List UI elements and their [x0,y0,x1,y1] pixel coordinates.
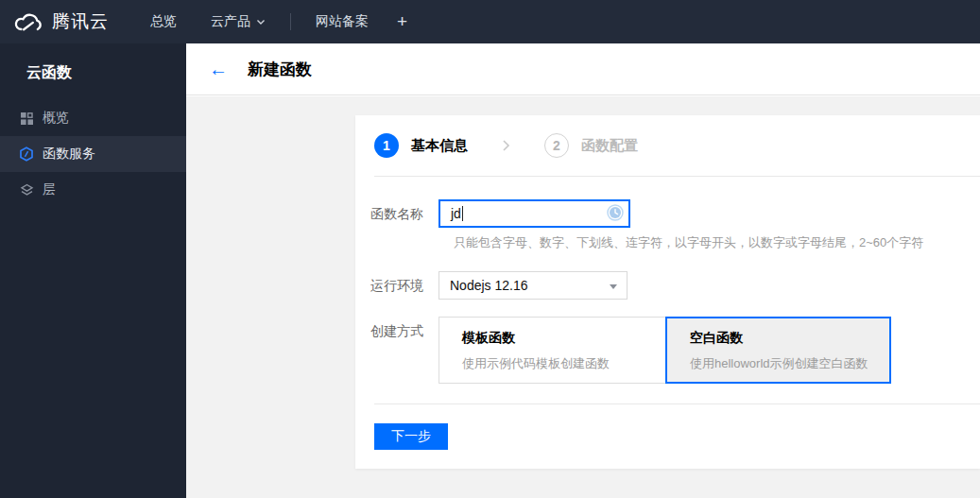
hexagon-function-icon [19,146,34,162]
layers-icon [19,182,34,197]
nav-item-products[interactable]: 云产品 [211,13,266,30]
method-title: 空白函数 [690,330,889,347]
step-1-badge: 1 [374,133,399,158]
method-title: 模板函数 [462,330,665,347]
method-desc: 使用helloworld示例创建空白函数 [690,355,889,372]
next-step-button[interactable]: 下一步 [374,423,448,450]
sidebar-item-layers[interactable]: 层 [0,172,186,208]
step-1-label: 基本信息 [411,137,468,155]
basic-info-form: 函数名称 jd 只能包含字母、数字、下划线、连字符，以字母开头，以数字或字母结尾… [355,177,980,384]
grid-icon [19,111,34,126]
function-name-input[interactable]: jd [438,199,630,228]
add-tab-button[interactable]: + [397,11,407,32]
runtime-label: 运行环境 [370,271,438,300]
method-desc: 使用示例代码模板创建函数 [462,355,665,372]
create-function-card: 1 基本信息 2 函数配置 函数名称 jd [355,115,980,469]
step-2-badge: 2 [544,133,569,158]
nav-separator [290,13,291,30]
sidebar: 云函数 概览 函数服务 [0,43,186,498]
content-area: 1 基本信息 2 函数配置 函数名称 jd [186,96,980,498]
method-card-blank-function[interactable]: 空白函数 使用helloworld示例创建空白函数 [665,317,891,384]
sidebar-item-label: 层 [43,181,56,198]
step-function-config: 2 函数配置 [544,133,638,158]
step-basic-info: 1 基本信息 [374,133,468,158]
divider [374,404,980,404]
creation-method-label: 创建方式 [370,321,438,384]
page-title: 新建函数 [248,59,312,80]
tencent-cloud-logo[interactable]: 腾讯云 [13,9,109,34]
back-arrow-icon[interactable]: ← [209,60,228,78]
chevron-down-icon [256,19,266,26]
clock-pending-icon [607,204,624,224]
top-navigation: 总览 云产品 网站备案 + [150,11,407,32]
method-card-group: 模板函数 使用示例代码模板创建函数 空白函数 使用helloworld示例创建空… [438,317,891,384]
sidebar-item-label: 函数服务 [43,146,95,163]
sidebar-item-label: 概览 [43,110,69,127]
text-cursor [462,206,463,221]
function-name-help: 只能包含字母、数字、下划线、连字符，以字母开头，以数字或字母结尾，2~60个字符 [454,234,980,251]
function-name-value: jd [451,206,461,221]
nav-item-icp[interactable]: 网站备案 [316,13,369,30]
sidebar-title: 云函数 [0,43,186,84]
sidebar-menu: 概览 函数服务 层 [0,100,186,208]
runtime-selected-value: Nodejs 12.16 [450,278,528,293]
sidebar-item-function-service[interactable]: 函数服务 [0,136,186,172]
step-2-label: 函数配置 [581,137,638,155]
creation-method-row: 创建方式 模板函数 使用示例代码模板创建函数 空白函数 使用helloworld… [370,317,980,384]
sidebar-item-overview[interactable]: 概览 [0,100,186,136]
topbar: 腾讯云 总览 云产品 网站备案 + [0,0,980,43]
brand-name: 腾讯云 [52,9,109,34]
runtime-select[interactable]: Nodejs 12.16 [438,271,628,300]
function-name-row: 函数名称 jd [370,199,980,228]
step-chevron-icon [502,139,510,152]
runtime-row: 运行环境 Nodejs 12.16 [370,271,980,300]
page-header: ← 新建函数 [186,43,980,95]
function-name-label: 函数名称 [370,199,438,228]
step-indicator: 1 基本信息 2 函数配置 [355,115,980,176]
nav-products-label: 云产品 [211,13,250,30]
method-card-template-function[interactable]: 模板函数 使用示例代码模板创建函数 [438,317,666,384]
nav-item-overview[interactable]: 总览 [150,13,177,30]
dropdown-caret-icon [610,284,617,289]
cloud-logo-icon [13,11,43,33]
